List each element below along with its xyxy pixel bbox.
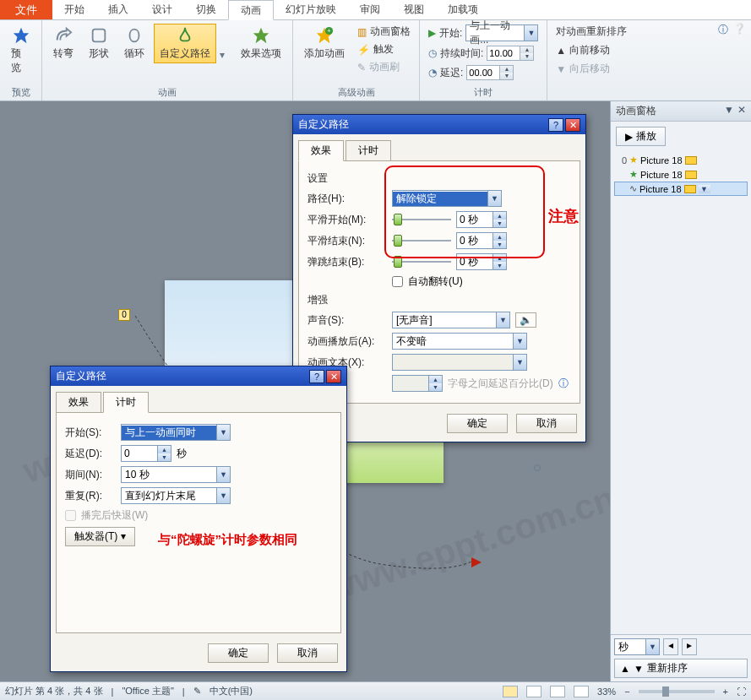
zoom-in-icon[interactable]: + bbox=[723, 686, 728, 697]
status-zoom[interactable]: 33% bbox=[597, 686, 616, 697]
ribbon-minimize-icon[interactable]: ⓘ bbox=[718, 23, 728, 37]
status-language[interactable]: 中文(中国) bbox=[210, 685, 253, 697]
tab-insert[interactable]: 插入 bbox=[96, 0, 140, 19]
trigger-button[interactable]: 触发器(T) ▾ bbox=[65, 527, 135, 546]
play-animations-button[interactable]: ▶播放 bbox=[616, 127, 666, 146]
effect-options-button[interactable]: 效果选项 bbox=[235, 24, 287, 63]
pane-close-icon[interactable]: ✕ bbox=[737, 104, 746, 118]
animation-item[interactable]: ★ Picture 18 bbox=[614, 167, 748, 182]
view-sorter-button[interactable] bbox=[526, 686, 541, 697]
timing-delay-spin[interactable]: ▲▼ bbox=[466, 65, 514, 80]
cancel-button[interactable]: 取消 bbox=[516, 414, 577, 433]
smooth-start-spin[interactable]: ▲▼ bbox=[456, 211, 507, 228]
zoom-out-icon[interactable]: − bbox=[624, 686, 629, 697]
smooth-end-slider[interactable] bbox=[392, 233, 451, 248]
animate-text-combo: ▼ bbox=[392, 354, 527, 371]
path-turn-button[interactable]: 转弯 bbox=[47, 24, 79, 63]
path-shape-button[interactable]: 形状 bbox=[83, 24, 115, 63]
gallery-more-icon[interactable]: ▾ bbox=[220, 49, 231, 61]
zoom-slider[interactable] bbox=[639, 690, 715, 693]
reorder-label: 对动画重新排序 bbox=[552, 24, 630, 40]
bounce-end-slider[interactable] bbox=[392, 254, 451, 269]
trigger-button[interactable]: ⚡触发 bbox=[354, 41, 414, 57]
timing-duration-spin[interactable]: ▲▼ bbox=[487, 46, 534, 61]
dialog-titlebar[interactable]: 自定义路径 ? ✕ bbox=[293, 115, 585, 134]
dialog-help-icon[interactable]: ? bbox=[309, 370, 324, 383]
down-icon: ▼ bbox=[556, 63, 566, 75]
add-animation-button[interactable]: + 添加动画 bbox=[298, 24, 351, 63]
dialog-help-icon[interactable]: ? bbox=[548, 118, 563, 132]
label-duration: 期间(N): bbox=[65, 468, 116, 482]
smooth-end-spin[interactable]: ▲▼ bbox=[456, 232, 507, 249]
timeline-left-icon[interactable]: ◂ bbox=[663, 638, 678, 655]
timing-start-combo[interactable]: 与上一动画...▼ bbox=[465, 24, 538, 41]
smooth-start-slider[interactable] bbox=[392, 212, 451, 227]
info-icon[interactable]: ⓘ bbox=[558, 377, 569, 391]
start-combo[interactable]: 与上一动画同时▼ bbox=[121, 424, 231, 441]
path-combo[interactable]: 解除锁定▼ bbox=[392, 190, 502, 207]
window-help-icons: ⓘ ❔ bbox=[718, 23, 746, 37]
motion-path-start[interactable]: 0 bbox=[118, 309, 130, 321]
annotation-note: 与“陀螺旋”计时参数相同 bbox=[158, 532, 425, 548]
bounce-end-spin[interactable]: ▲▼ bbox=[456, 253, 507, 270]
label-auto-reverse: 自动翻转(U) bbox=[408, 274, 463, 289]
view-slideshow-button[interactable] bbox=[574, 686, 589, 697]
repeat-combo[interactable]: 直到幻灯片末尾▼ bbox=[121, 487, 231, 504]
tab-view[interactable]: 视图 bbox=[392, 0, 436, 19]
dialog-tab-timing[interactable]: 计时 bbox=[346, 140, 391, 161]
dialog-titlebar[interactable]: 自定义路径 ? ✕ bbox=[51, 366, 346, 386]
svg-marker-0 bbox=[13, 28, 28, 43]
tab-animation[interactable]: 动画 bbox=[228, 0, 274, 20]
dialog-tab-effect[interactable]: 效果 bbox=[298, 140, 344, 161]
tab-home[interactable]: 开始 bbox=[52, 0, 96, 19]
timeline-unit-combo[interactable]: 秒▼ bbox=[614, 638, 660, 655]
ok-button[interactable]: 确定 bbox=[208, 643, 269, 663]
spellcheck-icon[interactable]: ✎ bbox=[193, 686, 201, 697]
tab-addins[interactable]: 加载项 bbox=[436, 0, 490, 19]
play-icon: ▶ bbox=[428, 27, 436, 39]
label-start: 开始(S): bbox=[65, 426, 116, 440]
path-loop-button[interactable]: 循环 bbox=[118, 24, 150, 63]
speaker-icon[interactable]: 🔈 bbox=[515, 312, 536, 328]
path-icon: ∿ bbox=[629, 183, 637, 194]
reorder-button[interactable]: ▲ ▼ 重新排序 bbox=[614, 659, 748, 678]
custom-path-button[interactable]: 自定义路径 bbox=[154, 24, 216, 63]
dialog-tab-timing[interactable]: 计时 bbox=[103, 392, 149, 413]
auto-reverse-checkbox[interactable] bbox=[392, 276, 403, 287]
section-enhance: 增强 bbox=[307, 293, 571, 307]
label-letter-delay: 字母之间延迟百分比(D) bbox=[448, 377, 553, 391]
pane-dropdown-icon[interactable]: ▼ bbox=[724, 104, 734, 118]
animation-item[interactable]: 0 ★ Picture 18 bbox=[614, 153, 748, 167]
tab-design[interactable]: 设计 bbox=[140, 0, 184, 19]
fit-to-window-icon[interactable]: ⛶ bbox=[737, 686, 746, 697]
tab-bar: 文件 开始 插入 设计 切换 动画 幻灯片放映 审阅 视图 加载项 bbox=[0, 0, 751, 20]
dialog-close-icon[interactable]: ✕ bbox=[326, 370, 341, 383]
dialog-close-icon[interactable]: ✕ bbox=[565, 118, 580, 132]
dialog-tab-effect[interactable]: 效果 bbox=[56, 392, 101, 413]
cancel-button[interactable]: 取消 bbox=[277, 643, 338, 663]
delay-spin[interactable]: ▲▼ bbox=[121, 445, 171, 462]
help-icon[interactable]: ❔ bbox=[733, 23, 746, 37]
tab-review[interactable]: 审阅 bbox=[348, 0, 392, 19]
view-normal-button[interactable] bbox=[503, 686, 518, 697]
sound-combo[interactable]: [无声音]▼ bbox=[392, 312, 510, 328]
tab-file[interactable]: 文件 bbox=[0, 0, 52, 19]
label-rewind: 播完后快退(W) bbox=[81, 508, 148, 523]
move-earlier-button[interactable]: ▲向前移动 bbox=[552, 42, 613, 58]
tab-slideshow[interactable]: 幻灯片放映 bbox=[274, 0, 348, 19]
label-path: 路径(H): bbox=[307, 192, 387, 206]
tab-transition[interactable]: 切换 bbox=[184, 0, 228, 19]
animation-item-selected[interactable]: ∿ Picture 18 ▼ bbox=[614, 182, 748, 196]
after-combo[interactable]: 不变暗▼ bbox=[392, 333, 527, 350]
move-later-button[interactable]: ▼向后移动 bbox=[552, 61, 613, 77]
brush-icon: ✎ bbox=[357, 62, 366, 73]
ok-button[interactable]: 确定 bbox=[447, 414, 508, 433]
animation-pane-button[interactable]: ▥动画窗格 bbox=[354, 24, 414, 40]
timeline-right-icon[interactable]: ▸ bbox=[682, 638, 697, 655]
view-reading-button[interactable] bbox=[550, 686, 565, 697]
motion-handle[interactable] bbox=[534, 464, 541, 471]
duration-combo[interactable]: 10 秒▼ bbox=[121, 466, 231, 483]
item-menu-icon[interactable]: ▼ bbox=[699, 185, 710, 193]
preview-button[interactable]: 预览 bbox=[5, 24, 36, 78]
animation-painter-button[interactable]: ✎动画刷 bbox=[354, 59, 414, 75]
